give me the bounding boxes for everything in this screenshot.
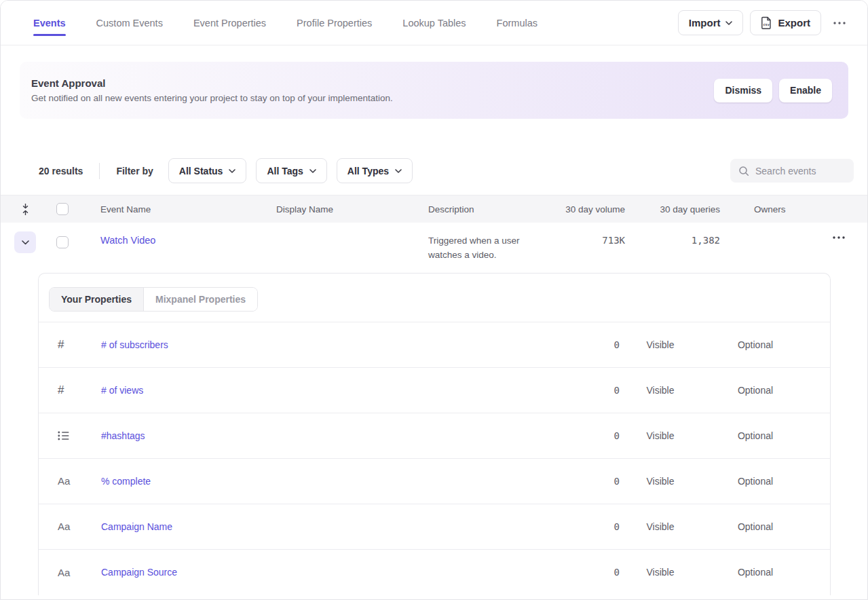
types-filter-dropdown[interactable]: All Types bbox=[337, 158, 413, 183]
property-queries: 0 bbox=[552, 567, 620, 578]
property-row: Aa Campaign Source 0 Visible Optional bbox=[39, 550, 830, 595]
property-visibility: Visible bbox=[620, 339, 701, 350]
property-row: #hashtags 0 Visible Optional bbox=[39, 413, 830, 459]
column-header-description: Description bbox=[428, 204, 557, 214]
results-count: 20 results bbox=[39, 166, 83, 176]
event-row-watch-video: Watch Video Triggered when a user watche… bbox=[1, 223, 867, 263]
column-header-queries: 30 day queries bbox=[625, 204, 720, 214]
export-button[interactable]: csv Export bbox=[750, 10, 821, 35]
search-events-input[interactable] bbox=[755, 166, 846, 176]
properties-segmented-control: Your Properties Mixpanel Properties bbox=[49, 287, 258, 312]
import-button-label: Import bbox=[689, 17, 721, 29]
collapse-rows-icon bbox=[21, 204, 30, 215]
tab-formulas[interactable]: Formulas bbox=[497, 1, 537, 45]
property-name-link[interactable]: # of subscribers bbox=[101, 339, 552, 350]
dismiss-button[interactable]: Dismiss bbox=[714, 79, 772, 102]
top-navigation: Events Custom Events Event Properties Pr… bbox=[1, 1, 867, 45]
more-options-button[interactable] bbox=[828, 18, 851, 29]
event-queries: 1,382 bbox=[625, 223, 720, 246]
lexicon-events-page: { "nav": { "tabs": [ { "label": "Events"… bbox=[0, 0, 868, 600]
import-button[interactable]: Import bbox=[678, 10, 744, 35]
property-name-link[interactable]: Campaign Source bbox=[101, 567, 552, 578]
events-table-header: Event Name Display Name Description 30 d… bbox=[1, 195, 867, 223]
text-type-icon: Aa bbox=[58, 521, 101, 532]
row-more-options-button[interactable] bbox=[827, 232, 850, 243]
nav-actions: Import csv Export bbox=[678, 10, 851, 35]
banner-text: Event Approval Get notified on all new e… bbox=[31, 77, 393, 103]
property-visibility: Visible bbox=[620, 521, 701, 532]
tab-custom-events[interactable]: Custom Events bbox=[96, 1, 163, 45]
property-row: Aa % complete 0 Visible Optional bbox=[39, 459, 830, 504]
ellipsis-icon bbox=[833, 22, 846, 24]
chevron-down-icon bbox=[22, 240, 29, 245]
tab-events[interactable]: Events bbox=[33, 1, 66, 45]
banner-subtitle: Get notified on all new events entering … bbox=[31, 93, 393, 103]
property-requirement: Optional bbox=[701, 430, 810, 441]
event-name-link[interactable]: Watch Video bbox=[100, 223, 276, 246]
number-type-icon: # bbox=[58, 383, 101, 397]
property-queries: 0 bbox=[552, 339, 620, 350]
tab-mixpanel-properties[interactable]: Mixpanel Properties bbox=[144, 288, 257, 311]
property-name-link[interactable]: #hashtags bbox=[101, 430, 552, 441]
event-volume: 713K bbox=[557, 223, 625, 246]
banner-title: Event Approval bbox=[31, 77, 393, 89]
search-events-box bbox=[730, 159, 854, 183]
collapse-all-button[interactable] bbox=[18, 202, 39, 217]
property-requirement: Optional bbox=[701, 567, 810, 578]
property-visibility: Visible bbox=[620, 476, 701, 487]
row-checkbox[interactable] bbox=[56, 236, 69, 248]
event-approval-banner: Event Approval Get notified on all new e… bbox=[20, 62, 848, 119]
property-visibility: Visible bbox=[620, 567, 701, 578]
filter-by-label: Filter by bbox=[116, 166, 153, 176]
property-queries: 0 bbox=[552, 476, 620, 487]
number-type-icon: # bbox=[58, 338, 101, 352]
property-name-link[interactable]: Campaign Name bbox=[101, 521, 552, 532]
property-requirement: Optional bbox=[701, 339, 810, 350]
chevron-down-icon bbox=[395, 169, 402, 173]
divider bbox=[99, 163, 100, 179]
chevron-down-icon bbox=[229, 169, 235, 173]
tab-your-properties[interactable]: Your Properties bbox=[50, 288, 144, 311]
chevron-down-icon bbox=[725, 21, 732, 25]
event-owners bbox=[720, 223, 815, 233]
csv-file-icon: csv bbox=[761, 16, 772, 29]
property-queries: 0 bbox=[552, 385, 620, 396]
column-header-volume: 30 day volume bbox=[557, 204, 625, 214]
property-name-link[interactable]: % complete bbox=[101, 476, 552, 487]
chevron-down-icon bbox=[309, 169, 316, 173]
list-type-icon bbox=[58, 431, 101, 440]
property-requirement: Optional bbox=[701, 521, 810, 532]
status-filter-label: All Status bbox=[179, 166, 223, 176]
select-all-checkbox[interactable] bbox=[56, 203, 69, 215]
status-filter-dropdown[interactable]: All Status bbox=[168, 158, 247, 183]
event-description: Triggered when a user watches a video. bbox=[428, 223, 557, 263]
column-header-event-name: Event Name bbox=[100, 204, 276, 214]
property-row: # # of subscribers 0 Visible Optional bbox=[39, 322, 830, 368]
tags-filter-dropdown[interactable]: All Tags bbox=[256, 158, 326, 183]
event-actions bbox=[815, 223, 867, 243]
property-queries: 0 bbox=[552, 521, 620, 532]
event-properties-panel: Your Properties Mixpanel Properties # # … bbox=[38, 273, 831, 595]
search-icon bbox=[738, 166, 749, 176]
banner-actions: Dismiss Enable bbox=[714, 79, 832, 102]
tab-profile-properties[interactable]: Profile Properties bbox=[297, 1, 372, 45]
tab-event-properties[interactable]: Event Properties bbox=[193, 1, 266, 45]
types-filter-label: All Types bbox=[347, 166, 389, 176]
column-header-owners: Owners bbox=[720, 204, 815, 214]
property-name-link[interactable]: # of views bbox=[101, 385, 552, 396]
lexicon-tabs: Events Custom Events Event Properties Pr… bbox=[33, 1, 537, 45]
property-requirement: Optional bbox=[701, 476, 810, 487]
event-display-name bbox=[276, 223, 428, 233]
export-button-label: Export bbox=[778, 17, 810, 29]
property-queries: 0 bbox=[552, 430, 620, 441]
property-requirement: Optional bbox=[701, 385, 810, 396]
enable-button[interactable]: Enable bbox=[779, 79, 832, 102]
tags-filter-label: All Tags bbox=[267, 166, 303, 176]
filter-bar: 20 results Filter by All Status All Tags… bbox=[39, 158, 854, 183]
property-visibility: Visible bbox=[620, 385, 701, 396]
property-visibility: Visible bbox=[620, 430, 701, 441]
tab-lookup-tables[interactable]: Lookup Tables bbox=[402, 1, 466, 45]
collapse-row-button[interactable] bbox=[14, 231, 36, 253]
column-header-display-name: Display Name bbox=[276, 204, 428, 214]
text-type-icon: Aa bbox=[58, 567, 101, 578]
